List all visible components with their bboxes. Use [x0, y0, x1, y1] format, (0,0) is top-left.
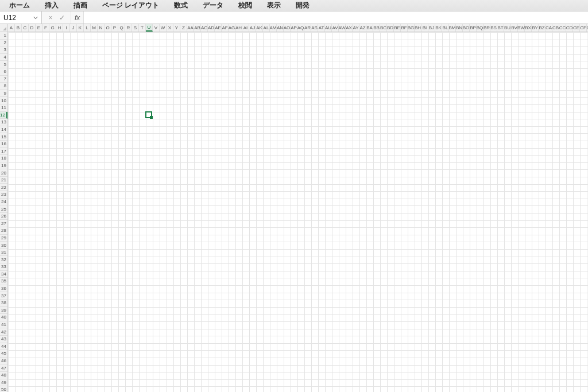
row-header[interactable]: 4 — [0, 54, 7, 61]
column-header[interactable]: AS — [311, 24, 318, 32]
row-header[interactable]: 10 — [0, 97, 7, 104]
column-header[interactable]: AR — [304, 24, 311, 32]
row-header[interactable]: 27 — [0, 220, 7, 227]
cancel-icon[interactable]: × — [47, 14, 55, 22]
column-header[interactable]: CE — [573, 24, 580, 32]
column-header[interactable]: BD — [387, 24, 394, 32]
column-header[interactable]: T — [139, 24, 146, 32]
row-header[interactable]: 2 — [0, 40, 7, 47]
ribbon-tab[interactable]: 開発 — [292, 0, 313, 11]
row-header[interactable]: 31 — [0, 249, 7, 257]
column-header[interactable]: Y — [173, 24, 180, 32]
row-header[interactable]: 29 — [0, 235, 7, 242]
column-header[interactable]: AN — [277, 24, 284, 32]
row-header[interactable]: 47 — [0, 364, 7, 372]
column-header[interactable]: AT — [318, 24, 325, 32]
column-header[interactable]: AW — [339, 24, 346, 32]
row-header[interactable]: 36 — [0, 285, 7, 293]
column-header[interactable]: D — [29, 24, 36, 32]
column-header[interactable]: AF — [222, 24, 229, 32]
row-header[interactable]: 42 — [0, 328, 7, 336]
column-header[interactable]: BC — [380, 24, 387, 32]
row-header[interactable]: 22 — [0, 184, 7, 191]
column-header[interactable]: BS — [490, 24, 497, 32]
row-header[interactable]: 40 — [0, 314, 7, 321]
column-header[interactable]: AZ — [359, 24, 366, 32]
column-header[interactable]: AM — [270, 24, 277, 32]
column-header[interactable]: L — [84, 24, 91, 32]
column-header[interactable]: BU — [504, 24, 511, 32]
row-header[interactable]: 46 — [0, 358, 7, 365]
select-all-corner[interactable] — [0, 24, 8, 32]
ribbon-tab[interactable]: ページ レイアウト — [99, 0, 163, 11]
column-header[interactable]: CB — [552, 24, 559, 32]
row-header[interactable]: 23 — [0, 191, 7, 199]
column-header[interactable]: R — [125, 24, 132, 32]
column-header[interactable]: BK — [435, 24, 442, 32]
column-header[interactable]: G — [49, 24, 56, 32]
row-header[interactable]: 6 — [0, 68, 7, 76]
row-header[interactable]: 7 — [0, 76, 7, 83]
row-header[interactable]: 48 — [0, 372, 7, 379]
column-header[interactable]: AL — [263, 24, 270, 32]
row-header[interactable]: 28 — [0, 227, 7, 235]
column-header[interactable]: N — [98, 24, 105, 32]
column-header[interactable]: C — [22, 24, 29, 32]
row-header[interactable]: 34 — [0, 271, 7, 278]
row-header[interactable]: 44 — [0, 343, 7, 351]
column-header[interactable]: AD — [208, 24, 215, 32]
row-header[interactable]: 8 — [0, 83, 7, 90]
column-header[interactable]: BQ — [477, 24, 483, 32]
row-header[interactable]: 18 — [0, 155, 7, 162]
column-header[interactable]: AG — [229, 24, 235, 32]
column-header[interactable]: AO — [284, 24, 291, 32]
ribbon-tab[interactable]: データ — [199, 0, 227, 11]
row-header[interactable]: 9 — [0, 90, 7, 98]
row-header[interactable]: 32 — [0, 256, 7, 263]
row-header[interactable]: 25 — [0, 205, 7, 213]
row-header[interactable]: 26 — [0, 213, 7, 220]
column-header[interactable]: AY — [353, 24, 359, 32]
row-header[interactable]: 43 — [0, 336, 7, 343]
ribbon-tab[interactable]: 数式 — [171, 0, 191, 11]
row-header[interactable]: 35 — [0, 278, 7, 285]
row-header[interactable]: 38 — [0, 300, 7, 307]
column-header[interactable]: BY — [532, 24, 539, 32]
column-header[interactable]: CC — [559, 24, 566, 32]
column-header[interactable]: V — [153, 24, 160, 32]
row-header[interactable]: 49 — [0, 379, 7, 387]
column-header[interactable]: BL — [442, 24, 449, 32]
column-header[interactable]: BI — [421, 24, 428, 32]
column-header[interactable]: I — [63, 24, 70, 32]
column-header[interactable]: Q — [118, 24, 125, 32]
ribbon-tab[interactable]: 挿入 — [41, 0, 62, 11]
column-header[interactable]: CF — [580, 24, 587, 32]
row-header[interactable]: 15 — [0, 133, 7, 141]
column-header[interactable]: AE — [215, 24, 222, 32]
row-header[interactable]: 21 — [0, 177, 7, 184]
enter-icon[interactable]: ✓ — [58, 14, 66, 22]
column-header[interactable]: BH — [415, 24, 421, 32]
column-header[interactable]: BZ — [539, 24, 546, 32]
column-header[interactable]: AJ — [249, 24, 256, 32]
column-header[interactable]: BM — [449, 24, 456, 32]
column-header[interactable]: BN — [456, 24, 463, 32]
column-header[interactable]: BR — [483, 24, 490, 32]
column-header[interactable]: O — [105, 24, 111, 32]
row-header[interactable]: 16 — [0, 141, 7, 148]
row-header[interactable]: 19 — [0, 162, 7, 170]
row-header[interactable]: 17 — [0, 148, 7, 156]
row-header[interactable]: 13 — [0, 119, 7, 126]
ribbon-tab[interactable]: 表示 — [264, 0, 284, 11]
column-header[interactable]: BP — [470, 24, 477, 32]
column-header[interactable]: BB — [373, 24, 380, 32]
column-header[interactable]: M — [91, 24, 98, 32]
row-header[interactable]: 37 — [0, 292, 7, 300]
ribbon-tab[interactable]: ホーム — [6, 0, 33, 11]
column-header[interactable]: A — [8, 24, 15, 32]
row-header[interactable]: 11 — [0, 104, 7, 112]
row-header[interactable]: 5 — [0, 61, 7, 68]
column-header[interactable]: S — [132, 24, 139, 32]
column-header[interactable]: X — [167, 24, 173, 32]
column-header[interactable]: AQ — [297, 24, 304, 32]
